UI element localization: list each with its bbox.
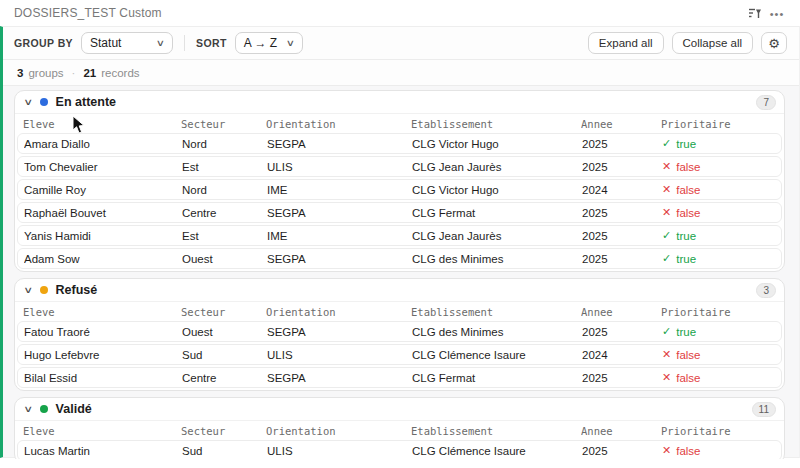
table-cell: Amara Diallo bbox=[24, 138, 182, 150]
groups-count-label: groups bbox=[28, 67, 63, 79]
group-count-badge: 11 bbox=[752, 402, 776, 417]
prioritaire-label: false bbox=[676, 161, 700, 173]
group-title: Validé bbox=[56, 402, 92, 416]
group-title: En attente bbox=[56, 95, 116, 109]
table-cell: Centre bbox=[182, 207, 267, 219]
prioritaire-label: false bbox=[676, 372, 700, 384]
table-row[interactable]: Fatou TraoréOuestSEGPACLG des Minimes202… bbox=[17, 321, 782, 342]
table-cell: 2024 bbox=[582, 184, 662, 196]
table-cell: Ouest bbox=[182, 326, 267, 338]
group-color-dot bbox=[40, 286, 48, 294]
column-header: Eleve bbox=[23, 306, 181, 318]
group-header[interactable]: ∨ En attente 7 bbox=[15, 91, 784, 114]
column-header-row: EleveSecteurOrientationEtablissementAnne… bbox=[15, 421, 784, 440]
check-icon: ✓ bbox=[662, 252, 671, 265]
sort-value: A → Z bbox=[244, 36, 277, 50]
table-cell: 2025 bbox=[582, 161, 662, 173]
sort-label: SORT bbox=[196, 37, 227, 49]
table-cell: 2025 bbox=[582, 230, 662, 242]
table-row[interactable]: Tom ChevalierEstULISCLG Jean Jaurès2025✕… bbox=[17, 156, 782, 177]
column-header: Annee bbox=[581, 425, 661, 437]
table-cell: ULIS bbox=[267, 445, 412, 457]
table-row[interactable]: Camille RoyNordIMECLG Victor Hugo2024✕fa… bbox=[17, 179, 782, 200]
table-cell: CLG Clémence Isaure bbox=[412, 445, 582, 457]
prioritaire-cell: ✕false bbox=[662, 371, 781, 384]
column-header: Eleve bbox=[23, 118, 181, 130]
column-header: Secteur bbox=[181, 425, 266, 437]
more-options-icon[interactable]: ••• bbox=[766, 4, 788, 22]
prioritaire-label: false bbox=[676, 445, 700, 457]
prioritaire-label: false bbox=[676, 184, 700, 196]
column-header-row: EleveSecteurOrientationEtablissementAnne… bbox=[15, 114, 784, 133]
table-cell: SEGPA bbox=[267, 326, 412, 338]
sort-select[interactable]: A → Z ∨ bbox=[235, 32, 303, 54]
column-header: Annee bbox=[581, 306, 661, 318]
table-cell: CLG Jean Jaurès bbox=[412, 161, 582, 173]
check-icon: ✓ bbox=[662, 137, 671, 150]
group-by-label: GROUP BY bbox=[14, 37, 73, 49]
column-header: Prioritaire bbox=[661, 306, 784, 318]
table-cell: 2024 bbox=[582, 349, 662, 361]
prioritaire-cell: ✕false bbox=[662, 183, 781, 196]
view-panel: GROUP BY Statut ∨ SORT A → Z ∨ Expand al… bbox=[0, 26, 800, 458]
gear-icon: ⚙ bbox=[768, 36, 780, 51]
prioritaire-cell: ✕false bbox=[662, 348, 781, 361]
filter-sort-icon[interactable] bbox=[744, 4, 766, 22]
expand-all-button[interactable]: Expand all bbox=[588, 32, 664, 54]
table-row[interactable]: Adam SowOuestSEGPACLG des Minimes2025✓tr… bbox=[17, 248, 782, 269]
table-cell: CLG Clémence Isaure bbox=[412, 349, 582, 361]
column-header: Etablissement bbox=[411, 306, 581, 318]
table-cell: 2025 bbox=[582, 372, 662, 384]
group-by-select[interactable]: Statut ∨ bbox=[81, 32, 173, 54]
settings-button[interactable]: ⚙ bbox=[761, 32, 787, 54]
table-row[interactable]: Raphaël BouvetCentreSEGPACLG Fermat2025✕… bbox=[17, 202, 782, 223]
table-cell: 2025 bbox=[582, 445, 662, 457]
prioritaire-cell: ✕false bbox=[662, 206, 781, 219]
toolbar-divider bbox=[184, 35, 185, 51]
cross-icon: ✕ bbox=[662, 160, 671, 173]
table-cell: Bilal Essid bbox=[24, 372, 182, 384]
group-header[interactable]: ∨ Validé 11 bbox=[15, 398, 784, 421]
table-cell: Est bbox=[182, 161, 267, 173]
column-header: Orientation bbox=[266, 306, 411, 318]
table-cell: SEGPA bbox=[267, 372, 412, 384]
group-color-dot bbox=[40, 98, 48, 106]
group-rows: Fatou TraoréOuestSEGPACLG des Minimes202… bbox=[15, 321, 784, 388]
group-color-dot bbox=[40, 405, 48, 413]
table-cell: CLG Fermat bbox=[412, 207, 582, 219]
table-cell: Raphaël Bouvet bbox=[24, 207, 182, 219]
cross-icon: ✕ bbox=[662, 206, 671, 219]
cross-icon: ✕ bbox=[662, 348, 671, 361]
table-cell: Camille Roy bbox=[24, 184, 182, 196]
group-count-badge: 3 bbox=[756, 283, 776, 298]
cross-icon: ✕ bbox=[662, 183, 671, 196]
table-row[interactable]: Lucas MartinSudULISCLG Clémence Isaure20… bbox=[17, 440, 782, 459]
column-header: Prioritaire bbox=[661, 425, 784, 437]
table-row[interactable]: Bilal EssidCentreSEGPACLG Fermat2025✕fal… bbox=[17, 367, 782, 388]
chevron-down-icon[interactable]: ∨ bbox=[23, 404, 33, 414]
table-cell: 2025 bbox=[582, 138, 662, 150]
chevron-down-icon[interactable]: ∨ bbox=[23, 97, 33, 107]
table-cell: SEGPA bbox=[267, 253, 412, 265]
table-cell: Tom Chevalier bbox=[24, 161, 182, 173]
chevron-down-icon: ∨ bbox=[156, 38, 165, 48]
table-cell: CLG Fermat bbox=[412, 372, 582, 384]
table-cell: Lucas Martin bbox=[24, 445, 182, 457]
prioritaire-cell: ✓true bbox=[662, 137, 781, 150]
prioritaire-label: false bbox=[676, 349, 700, 361]
prioritaire-cell: ✓true bbox=[662, 252, 781, 265]
table-cell: CLG Victor Hugo bbox=[412, 184, 582, 196]
chevron-down-icon[interactable]: ∨ bbox=[23, 285, 33, 295]
table-cell: Nord bbox=[182, 138, 267, 150]
table-row[interactable]: Hugo LefebvreSudULISCLG Clémence Isaure2… bbox=[17, 344, 782, 365]
table-row[interactable]: Yanis HamidiEstIMECLG Jean Jaurès2025✓tr… bbox=[17, 225, 782, 246]
group-header[interactable]: ∨ Refusé 3 bbox=[15, 279, 784, 302]
table-cell: ULIS bbox=[267, 349, 412, 361]
prioritaire-cell: ✓true bbox=[662, 325, 781, 338]
table-row[interactable]: Amara DialloNordSEGPACLG Victor Hugo2025… bbox=[17, 133, 782, 154]
prioritaire-label: true bbox=[676, 253, 696, 265]
groups-container: ∨ En attente 7 EleveSecteurOrientationEt… bbox=[3, 86, 799, 459]
group-count-badge: 7 bbox=[756, 95, 776, 110]
collapse-all-button[interactable]: Collapse all bbox=[672, 32, 753, 54]
prioritaire-label: true bbox=[676, 230, 696, 242]
